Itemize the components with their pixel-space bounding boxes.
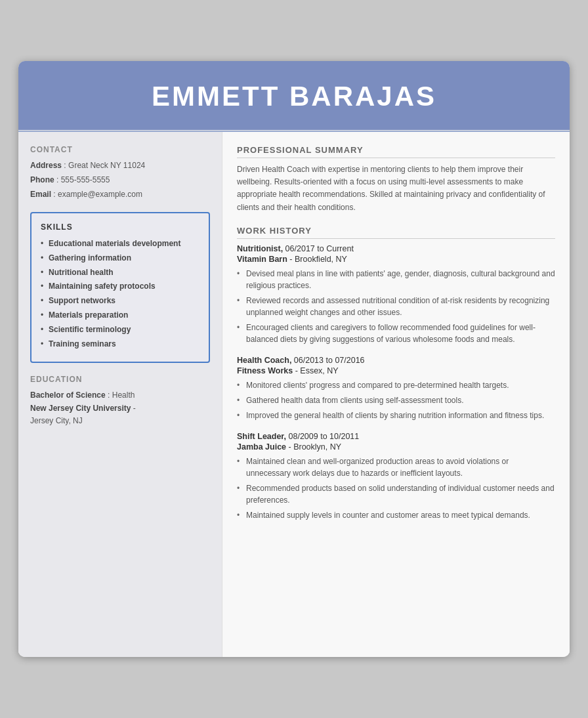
- right-column: PROFESSIONAL SUMMARY Driven Health Coach…: [222, 132, 570, 657]
- job-company-line: Jamba Juice - Brooklyn, NY: [237, 442, 555, 452]
- job-title-line: Health Coach, 06/2013 to 07/2016: [237, 356, 555, 365]
- job-bullets: Maintained clean and well-organized prod…: [237, 455, 555, 521]
- skills-section: SKILLS Educational materials development…: [30, 212, 210, 363]
- job-entry: Nutritionist, 06/2017 to Current Vitamin…: [237, 244, 555, 345]
- skill-item: Scientific terminology: [41, 324, 200, 335]
- job-bullet: Maintained supply levels in counter and …: [237, 509, 555, 521]
- jobs-container: Nutritionist, 06/2017 to Current Vitamin…: [237, 244, 555, 521]
- job-bullet: Reviewed records and assessed nutritiona…: [237, 295, 555, 318]
- job-entry: Shift Leader, 08/2009 to 10/2011 Jamba J…: [237, 432, 555, 521]
- job-bullet: Monitored clients' progress and compared…: [237, 379, 555, 391]
- contact-phone: Phone : 555-555-5555: [30, 174, 210, 186]
- professional-summary-section: PROFESSIONAL SUMMARY Driven Health Coach…: [237, 145, 555, 214]
- education-section: EDUCATION Bachelor of Science : Health N…: [30, 375, 210, 427]
- job-company-line: Vitamin Barn - Brookfield, NY: [237, 255, 555, 264]
- job-bullet: Encouraged clients and caregivers to fol…: [237, 322, 555, 345]
- contact-email: Email : example@example.com: [30, 188, 210, 200]
- professional-summary-title: PROFESSIONAL SUMMARY: [237, 145, 555, 158]
- skill-item: Maintaining safety protocols: [41, 281, 200, 292]
- job-title-line: Nutritionist, 06/2017 to Current: [237, 244, 555, 253]
- skill-item: Materials preparation: [41, 310, 200, 321]
- candidate-name: EMMETT BARAJAS: [32, 81, 556, 112]
- education-section-title: EDUCATION: [30, 375, 210, 384]
- job-bullet: Recommended products based on solid unde…: [237, 482, 555, 506]
- skill-item: Nutritional health: [41, 267, 200, 278]
- resume-document: EMMETT BARAJAS CONTACT Address : Great N…: [18, 61, 570, 657]
- skills-section-title: SKILLS: [41, 222, 200, 232]
- education-item: Bachelor of Science : Health New Jersey …: [30, 389, 210, 427]
- contact-section-title: CONTACT: [30, 145, 210, 154]
- work-history-section: WORK HISTORY Nutritionist, 06/2017 to Cu…: [237, 226, 555, 521]
- resume-body: CONTACT Address : Great Neck NY 11024 Ph…: [18, 132, 570, 657]
- job-bullet: Gathered health data from clients using …: [237, 394, 555, 406]
- job-bullet: Devised meal plans in line with patients…: [237, 268, 555, 291]
- job-bullet: Maintained clean and well-organized prod…: [237, 455, 555, 479]
- job-title-line: Shift Leader, 08/2009 to 10/2011: [237, 432, 555, 441]
- skills-list: Educational materials developmentGatheri…: [41, 238, 200, 349]
- contact-address: Address : Great Neck NY 11024: [30, 159, 210, 171]
- skill-item: Training seminars: [41, 339, 200, 350]
- skill-item: Support networks: [41, 295, 200, 306]
- skill-item: Gathering information: [41, 253, 200, 264]
- job-bullets: Monitored clients' progress and compared…: [237, 379, 555, 421]
- left-column: CONTACT Address : Great Neck NY 11024 Ph…: [18, 132, 222, 657]
- job-entry: Health Coach, 06/2013 to 07/2016 Fitness…: [237, 356, 555, 421]
- job-bullets: Devised meal plans in line with patients…: [237, 268, 555, 345]
- job-company-line: Fitness Works - Essex, NY: [237, 366, 555, 375]
- skill-item: Educational materials development: [41, 238, 200, 249]
- resume-header: EMMETT BARAJAS: [18, 61, 570, 128]
- professional-summary-text: Driven Health Coach with expertise in me…: [237, 163, 555, 214]
- work-history-title: WORK HISTORY: [237, 226, 555, 239]
- job-bullet: Improved the general health of clients b…: [237, 410, 555, 421]
- contact-section: CONTACT Address : Great Neck NY 11024 Ph…: [30, 145, 210, 200]
